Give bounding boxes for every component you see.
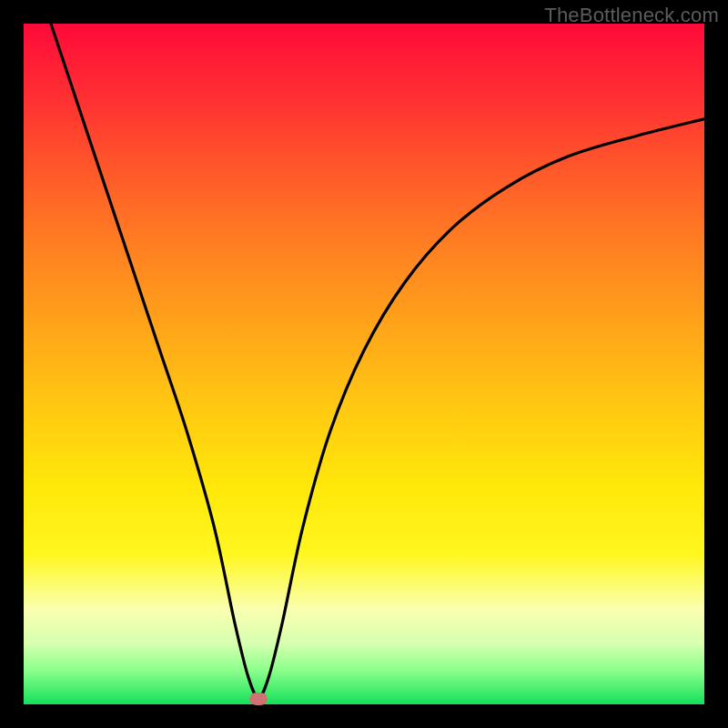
chart-frame: TheBottleneck.com bbox=[0, 0, 728, 728]
curve-svg bbox=[24, 24, 704, 704]
bottleneck-curve bbox=[51, 24, 704, 698]
plot-area bbox=[24, 24, 704, 704]
watermark-label: TheBottleneck.com bbox=[544, 4, 719, 27]
minimum-marker bbox=[249, 693, 268, 705]
